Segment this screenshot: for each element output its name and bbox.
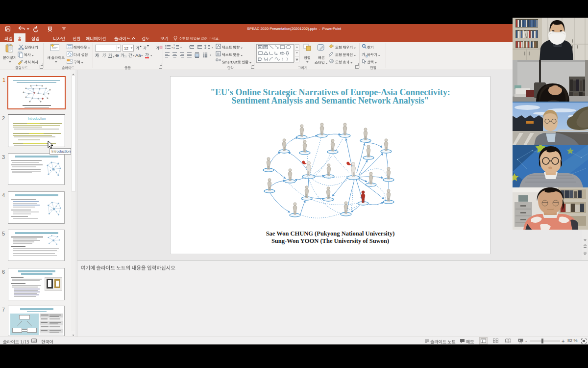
svg-text:2: 2 [173,47,175,50]
svg-text:S: S [116,53,119,58]
svg-text:Aa: Aa [135,53,141,58]
svg-text:12: 12 [124,46,128,51]
